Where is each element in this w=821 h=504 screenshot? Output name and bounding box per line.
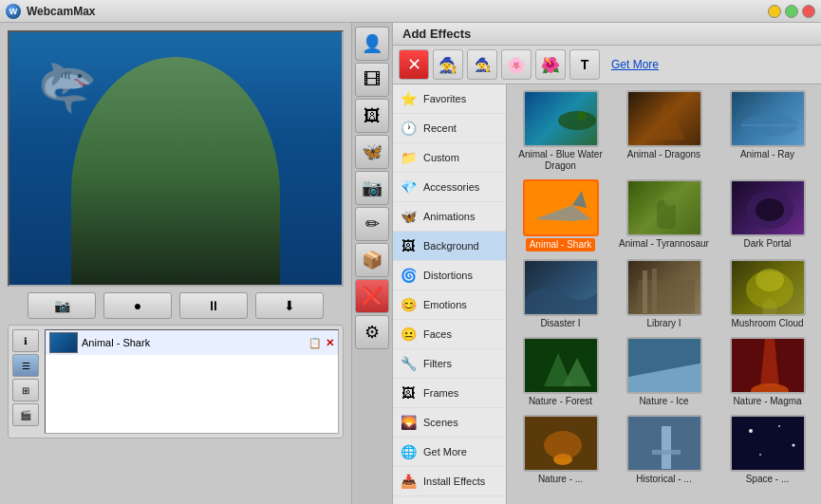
cat-faces-label: Faces [423,328,452,340]
info-tab[interactable]: ℹ [12,329,39,352]
pause-button[interactable]: ⏸ [179,292,248,319]
svg-point-8 [663,191,679,206]
wizard2-btn[interactable]: 🧙‍♀️ [467,49,497,80]
effect-thumb-blue-dragon [523,90,599,147]
add-effect-btn[interactable]: 🌸 [501,49,532,80]
effect-label-library: Library I [646,318,681,329]
close-button[interactable] [802,5,815,18]
effect-dragons[interactable]: Animal - Dragons [614,88,714,174]
box-btn[interactable]: 📦 [355,243,389,277]
effect-ray[interactable]: Animal - Ray [718,88,817,174]
cat-emotions[interactable]: 😊 Emotions [393,290,506,320]
cat-background-label: Background [423,240,479,252]
svg-point-34 [792,444,794,447]
effect-label-ice: Nature - Ice [639,396,688,407]
cat-faces[interactable]: 😐 Faces [393,320,506,349]
playlist-copy-btn[interactable]: 📋 [308,337,322,349]
effect-thumb-library [626,259,702,316]
grid-tab[interactable]: ⊞ [12,379,39,401]
category-list: ⭐ Favorites 🕐 Recent 📁 Custom 💎 Accessor… [393,84,507,504]
effect-mushroom[interactable]: Mushroom Cloud [718,257,817,331]
filters-icon: 🔧 [399,354,418,373]
effects-grid: Animal - Blue Water Dragon Animal - Drag… [511,88,817,487]
remove-effect-btn[interactable]: ✕ [399,49,429,80]
cat-get-more[interactable]: 🌐 Get More [393,438,506,467]
wizard-btn[interactable]: 🧙 [433,49,463,80]
effect-blue-water-dragon[interactable]: Animal - Blue Water Dragon [511,88,610,174]
svg-rect-13 [652,269,657,313]
effect-thumb-dark [730,179,806,236]
cat-favorites[interactable]: ⭐ Favorites [393,84,506,114]
frame-strip-btn[interactable]: 🖼 [355,99,389,133]
maximize-button[interactable] [785,5,798,18]
effect-monument[interactable]: Historical - ... [614,413,714,487]
minimize-button[interactable] [768,5,781,18]
film-tab[interactable]: 🎬 [12,403,39,426]
webcam-view: 🦈 [8,30,344,287]
effect-dark-portal[interactable]: Dark Portal [718,177,817,253]
cat-filters[interactable]: 🔧 Filters [393,349,506,379]
effect-thumb-mushroom [730,259,806,316]
favorites-icon: ⭐ [399,89,418,108]
cat-install-label: Install Effects [423,476,485,487]
faces-icon: 😐 [399,325,418,344]
effect-label-mushroom: Mushroom Cloud [731,318,803,329]
cat-animations[interactable]: 🦋 Animations [393,202,506,232]
cat-frames[interactable]: 🖼 Frames [393,379,506,408]
cat-recent[interactable]: 🕐 Recent [393,114,506,143]
svg-point-1 [577,111,587,121]
effect-shark[interactable]: Animal - Shark [511,177,610,253]
effect-thumb-disaster [523,259,599,316]
svg-rect-30 [652,450,681,455]
svg-rect-12 [643,271,647,313]
snapshot-button[interactable]: 📷 [28,292,96,319]
settings-btn[interactable]: ⚙ [355,315,389,349]
effect-disaster[interactable]: Disaster I [511,257,610,331]
cat-install[interactable]: 📥 Install Effects [393,467,506,496]
playlist-area: Animal - Shark 📋 ✕ [45,329,339,434]
text-btn[interactable]: T [569,49,600,80]
effect-label-shark: Animal - Shark [526,238,596,252]
cat-animations-label: Animations [423,211,475,222]
effect-thumb-ice [626,337,702,394]
animations-icon: 🦋 [399,207,418,226]
effect-nuke[interactable]: Nature - ... [511,413,610,487]
record-button[interactable]: ● [103,292,172,319]
main-container: 🦈 📷 ● ⏸ ⬇ ℹ ☰ ⊞ 🎬 Animal - Shark 📋 [0,23,821,504]
accessories-icon: 💎 [399,177,418,196]
playlist-delete-btn[interactable]: ✕ [326,337,334,349]
get-more-link[interactable]: Get More [611,58,659,71]
svg-rect-29 [662,426,671,469]
cat-get-more-label: Get More [423,446,467,457]
effect-space[interactable]: Space - ... [718,413,817,487]
cat-background[interactable]: 🖼 Background [393,232,506,261]
butterfly-btn[interactable]: 🦋 [355,135,389,169]
cat-distortions[interactable]: 🌀 Distortions [393,261,506,290]
effect-tyrannosaur[interactable]: Animal - Tyrannosaur [614,177,714,253]
svg-marker-6 [572,191,587,208]
add-effect2-btn[interactable]: 🌺 [535,49,566,80]
effect-forest[interactable]: Nature - Forest [511,335,610,409]
left-panel: 🦈 📷 ● ⏸ ⬇ ℹ ☰ ⊞ 🎬 Animal - Shark 📋 [0,23,351,504]
draw-btn[interactable]: ✏ [355,207,389,241]
cat-scenes[interactable]: 🌄 Scenes [393,408,506,438]
avatar-btn[interactable]: 👤 [355,27,389,61]
playlist-thumb [49,332,78,353]
effects-grid-area[interactable]: Animal - Blue Water Dragon Animal - Drag… [507,84,821,504]
effect-magma[interactable]: Nature - Magma [718,335,817,409]
cat-custom[interactable]: 📁 Custom [393,143,506,173]
playlist-label: Animal - Shark [82,337,305,348]
list-tab[interactable]: ☰ [12,354,39,377]
playlist-item[interactable]: Animal - Shark 📋 ✕ [46,330,338,355]
remove-btn[interactable]: ❌ [355,279,389,313]
effect-library[interactable]: Library I [614,257,714,331]
cat-filters-label: Filters [423,358,452,369]
photo-btn[interactable]: 📷 [355,171,389,205]
cat-frames-label: Frames [423,387,458,399]
effects-strip-btn[interactable]: 🎞 [355,63,389,97]
app-icon: W [6,4,21,19]
effect-ice[interactable]: Nature - Ice [614,335,714,409]
download-button[interactable]: ⬇ [255,292,324,319]
cat-accessories[interactable]: 💎 Accessories [393,173,506,202]
cat-custom-label: Custom [423,152,459,163]
